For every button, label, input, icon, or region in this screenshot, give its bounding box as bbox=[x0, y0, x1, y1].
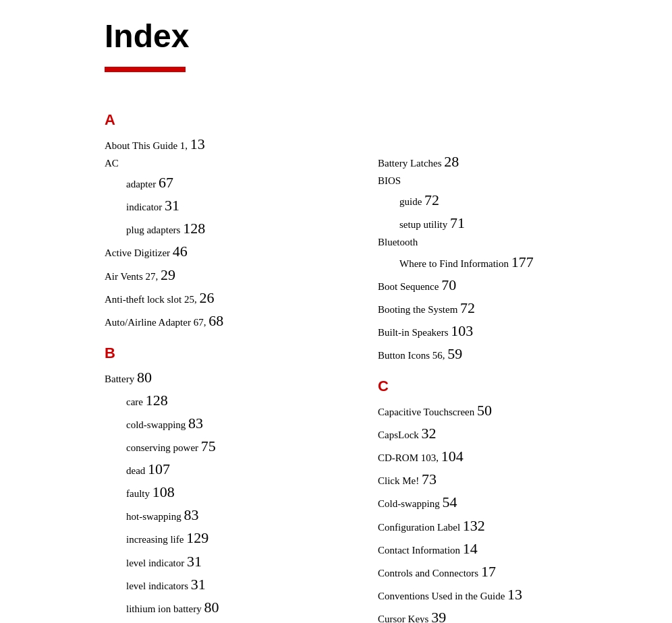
list-item: Bluetooth bbox=[378, 235, 659, 250]
list-item: Active Digitizer 46 bbox=[105, 240, 351, 263]
list-item: plug adapters 128 bbox=[105, 217, 351, 240]
list-item: faulty 108 bbox=[105, 481, 351, 504]
list-item: indicator 31 bbox=[105, 194, 351, 217]
list-item: Button Icons 56, 59 bbox=[378, 343, 659, 365]
list-item: About This Guide 1, 13 bbox=[105, 133, 351, 156]
list-item: Conventions Used in the Guide 13 bbox=[378, 583, 659, 606]
list-item: Boot Sequence 70 bbox=[378, 274, 659, 297]
list-item: Capacitive Touchscreen 50 bbox=[378, 399, 659, 422]
list-item: CD-ROM 103, 104 bbox=[378, 445, 659, 468]
list-item: setup utility 71 bbox=[378, 212, 659, 235]
page-title: Index bbox=[105, 19, 672, 55]
list-item: Anti-theft lock slot 25, 26 bbox=[105, 287, 351, 309]
list-item: low 82 bbox=[105, 619, 351, 623]
list-item: CapsLock 32 bbox=[378, 422, 659, 445]
list-item: Built-in Speakers 103 bbox=[378, 320, 659, 343]
list-item: Click Me! 73 bbox=[378, 468, 659, 491]
list-item: Controls and Connectors 17 bbox=[378, 560, 659, 583]
section-letter-a: A bbox=[105, 111, 351, 129]
list-item: Air Vents 27, 29 bbox=[105, 264, 351, 287]
list-item: level indicator 31 bbox=[105, 550, 351, 573]
list-item: care 128 bbox=[105, 389, 351, 412]
list-item: hot-swapping 83 bbox=[105, 504, 351, 527]
list-item: adapter 67 bbox=[105, 171, 351, 194]
list-item: Where to Find Information 177 bbox=[378, 251, 659, 274]
list-item: Battery 80 bbox=[105, 366, 351, 389]
list-item: Contact Information 14 bbox=[378, 537, 659, 560]
left-column: A About This Guide 1, 13 AC adapter 67 i… bbox=[0, 99, 351, 623]
list-item: lithium ion battery 80 bbox=[105, 596, 351, 619]
list-item: increasing life 129 bbox=[105, 527, 351, 550]
list-item: Booting the System 72 bbox=[378, 297, 659, 320]
section-letter-b: B bbox=[105, 345, 351, 362]
list-item: cold-swapping 83 bbox=[105, 412, 351, 435]
list-item: Cold-swapping 54 bbox=[378, 491, 659, 514]
right-column: Battery Latches 28 BIOS guide 72 setup u… bbox=[351, 99, 672, 623]
list-item: Configuration Label 132 bbox=[378, 514, 659, 537]
list-item: level indicators 31 bbox=[105, 573, 351, 596]
list-item: dead 107 bbox=[105, 458, 351, 481]
red-bar-decoration bbox=[105, 67, 186, 72]
section-letter-c: C bbox=[378, 378, 659, 395]
page-header: Index bbox=[0, 0, 672, 55]
list-item: guide 72 bbox=[378, 189, 659, 212]
list-item: Cursor Keys 39 bbox=[378, 606, 659, 623]
list-item: Auto/Airline Adapter 67, 68 bbox=[105, 309, 351, 332]
list-item: BIOS bbox=[378, 173, 659, 189]
list-item: conserving power 75 bbox=[105, 435, 351, 458]
list-item: Battery Latches 28 bbox=[378, 150, 659, 173]
content-area: A About This Guide 1, 13 AC adapter 67 i… bbox=[0, 72, 672, 623]
list-item: AC bbox=[105, 156, 351, 171]
